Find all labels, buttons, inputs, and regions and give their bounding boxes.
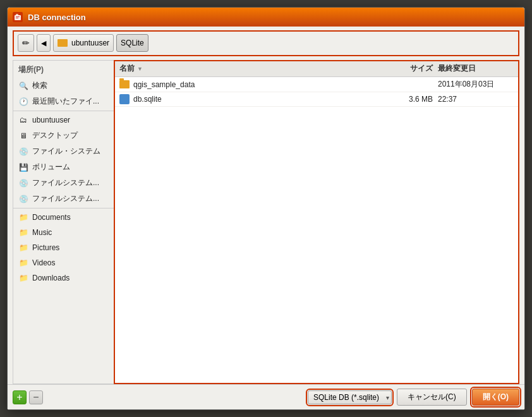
file-browser: 名前 ▼ サイズ 最終変更日 qgis_sample_data 2011年08月… — [114, 60, 519, 384]
pencil-icon: ✏ — [22, 38, 30, 48]
svg-rect-3 — [16, 18, 18, 18]
main-content: 場所(P) 🔍 検索 🕐 最近開いたファイ... 🗂 ubuntuuser 🖥 … — [13, 60, 519, 384]
file-date-cell: 2011年08月03日 — [438, 79, 514, 90]
sidebar-item-label: ファイル・システム — [32, 146, 100, 157]
disk-icon-2: 💿 — [18, 178, 28, 188]
file-header: 名前 ▼ サイズ 最終変更日 — [114, 61, 519, 77]
search-icon: 🔍 — [18, 81, 28, 91]
sidebar-item-volume[interactable]: 💾 ボリューム — [13, 159, 114, 175]
main-window: DB connection ✏ ◀ ubuntuuser SQLite 場所(P… — [7, 7, 525, 410]
table-row[interactable]: qgis_sample_data 2011年08月03日 — [114, 77, 519, 92]
file-name-label: db.sqlite — [133, 95, 162, 104]
sidebar-item-search[interactable]: 🔍 検索 — [13, 78, 114, 94]
sidebar-item-label: ubuntuuser — [32, 116, 70, 124]
sidebar-divider — [13, 111, 114, 111]
col-name-header: 名前 ▼ — [119, 63, 394, 74]
sidebar-item-desktop[interactable]: 🖥 デスクトップ — [13, 128, 114, 143]
sort-arrow-icon: ▼ — [137, 66, 143, 72]
sidebar-item-filesystem2[interactable]: 💿 ファイルシステム... — [13, 175, 114, 191]
sidebar-item-label: 検索 — [32, 80, 47, 91]
recent-icon: 🕐 — [18, 97, 28, 107]
sidebar-item-label: ファイルシステム... — [32, 178, 99, 188]
col-size-header: サイズ — [394, 63, 438, 74]
sidebar-item-videos[interactable]: 📁 Videos — [13, 255, 114, 270]
sidebar-item-music[interactable]: 📁 Music — [13, 225, 114, 240]
file-list: qgis_sample_data 2011年08月03日 db.sqlite 3… — [114, 77, 519, 384]
svg-rect-2 — [16, 16, 20, 17]
folder-icon — [119, 80, 130, 88]
table-row[interactable]: db.sqlite 3.6 MB 22:37 — [114, 92, 519, 107]
statusbar: + − SQLite DB (*.sqlite) All Files (*) キ… — [8, 384, 524, 409]
col-date-header: 最終変更日 — [438, 63, 514, 74]
remove-button[interactable]: − — [29, 390, 43, 404]
disk-icon-3: 💿 — [18, 194, 28, 204]
disk-icon: 💿 — [18, 147, 28, 157]
sidebar-item-label: ファイルシステム... — [32, 193, 99, 204]
add-button[interactable]: + — [13, 390, 27, 404]
sidebar-item-label: Videos — [32, 258, 55, 267]
filter-select-wrapper: SQLite DB (*.sqlite) All Files (*) — [308, 390, 392, 404]
sidebar-item-recent[interactable]: 🕐 最近開いたファイ... — [13, 94, 114, 109]
sidebar-item-label: Documents — [32, 213, 71, 222]
statusbar-left: + − — [13, 390, 43, 404]
sidebar-item-downloads[interactable]: 📁 Downloads — [13, 270, 114, 286]
file-name-cell: qgis_sample_data — [119, 80, 394, 89]
sidebar-item-label: Music — [32, 228, 52, 237]
open-button[interactable]: 開く(O) — [472, 389, 519, 406]
desktop-icon: 🖥 — [18, 131, 28, 141]
sidebar-item-label: 最近開いたファイ... — [32, 96, 99, 107]
window-title: DB connection — [28, 13, 86, 22]
file-name-cell: db.sqlite — [119, 94, 394, 104]
back-arrow-icon: ◀ — [41, 39, 46, 47]
volume-icon: 💾 — [18, 162, 28, 172]
sidebar-divider-2 — [13, 208, 114, 208]
titlebar: DB connection — [8, 8, 524, 27]
sidebar-item-label: Downloads — [32, 274, 70, 282]
col-name-label: 名前 — [119, 63, 135, 74]
sidebar-item-label: Pictures — [32, 243, 59, 252]
file-size-cell: 3.6 MB — [394, 95, 438, 104]
documents-icon: 📁 — [18, 212, 28, 222]
sidebar-item-documents[interactable]: 📁 Documents — [13, 210, 114, 225]
file-date-cell: 22:37 — [438, 95, 514, 104]
sqlite-button[interactable]: SQLite — [116, 34, 148, 52]
location-button[interactable]: ubuntuuser — [53, 34, 114, 52]
cancel-button[interactable]: キャンセル(C) — [397, 389, 467, 406]
file-name-label: qgis_sample_data — [133, 80, 195, 89]
svg-rect-1 — [16, 14, 18, 16]
sidebar-item-filesystem3[interactable]: 💿 ファイルシステム... — [13, 191, 114, 207]
sidebar-label: 場所(P) — [13, 61, 114, 78]
sidebar: 場所(P) 🔍 検索 🕐 最近開いたファイ... 🗂 ubuntuuser 🖥 … — [13, 60, 114, 384]
sqlite-label: SQLite — [121, 39, 144, 47]
back-button[interactable]: ◀ — [37, 34, 51, 52]
window-icon — [13, 12, 23, 22]
sidebar-item-label: デスクトップ — [32, 130, 78, 141]
sidebar-item-label: ボリューム — [32, 162, 70, 172]
filter-select[interactable]: SQLite DB (*.sqlite) All Files (*) — [308, 390, 392, 404]
music-icon: 📁 — [18, 227, 28, 238]
folder-icon — [57, 39, 68, 47]
edit-button[interactable]: ✏ — [18, 34, 34, 52]
toolbar: ✏ ◀ ubuntuuser SQLite — [13, 30, 519, 56]
location-label: ubuntuuser — [71, 39, 109, 47]
statusbar-right: SQLite DB (*.sqlite) All Files (*) キャンセル… — [308, 389, 519, 406]
sqlite-file-icon — [119, 94, 130, 104]
pictures-icon: 📁 — [18, 243, 28, 253]
downloads-icon: 📁 — [18, 273, 28, 283]
videos-icon: 📁 — [18, 258, 28, 268]
sidebar-item-filesystem[interactable]: 💿 ファイル・システム — [13, 143, 114, 159]
home-icon: 🗂 — [18, 115, 28, 125]
sidebar-item-ubuntuuser[interactable]: 🗂 ubuntuuser — [13, 112, 114, 128]
sidebar-item-pictures[interactable]: 📁 Pictures — [13, 240, 114, 255]
